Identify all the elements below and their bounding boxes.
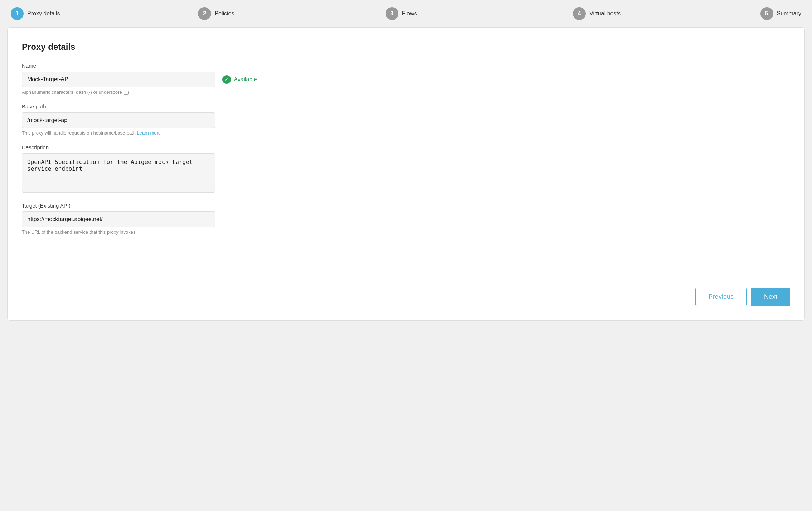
base-path-input[interactable] — [22, 112, 215, 128]
step-4-circle: 4 — [573, 7, 586, 20]
name-label: Name — [22, 63, 790, 69]
name-input[interactable] — [22, 72, 215, 87]
name-field-group: Name ✓ Available Alphanumeric characters… — [22, 63, 790, 95]
description-field-group: Description — [22, 144, 790, 194]
step-4-label: Virtual hosts — [589, 10, 621, 17]
step-line-1-2 — [105, 14, 195, 14]
step-2-circle: 2 — [198, 7, 211, 20]
base-path-field-group: Base path This proxy will handle request… — [22, 103, 790, 136]
available-badge: ✓ Available — [222, 75, 257, 84]
page-title: Proxy details — [22, 42, 790, 52]
step-3-circle: 3 — [386, 7, 398, 20]
learn-more-link[interactable]: Learn more — [137, 130, 161, 136]
main-card: Proxy details Name ✓ Available Alphanume… — [7, 27, 805, 321]
name-row: ✓ Available — [22, 72, 790, 87]
step-1-circle: 1 — [11, 7, 24, 20]
target-input[interactable] — [22, 211, 215, 227]
description-label: Description — [22, 144, 790, 150]
base-path-label: Base path — [22, 103, 790, 110]
button-row: Previous Next — [695, 288, 790, 306]
step-1-label: Proxy details — [27, 10, 60, 17]
target-label: Target (Existing API) — [22, 203, 790, 209]
step-2[interactable]: 2 Policies — [198, 7, 288, 20]
step-5[interactable]: 5 Summary — [760, 7, 801, 20]
step-line-3-4 — [479, 14, 569, 14]
next-button[interactable]: Next — [751, 288, 790, 306]
available-icon: ✓ — [222, 75, 231, 84]
step-line-2-3 — [292, 14, 382, 14]
step-5-label: Summary — [777, 10, 801, 17]
step-line-4-5 — [667, 14, 757, 14]
description-textarea[interactable] — [22, 153, 215, 193]
target-hint: The URL of the backend service that this… — [22, 229, 790, 235]
step-1[interactable]: 1 Proxy details — [11, 7, 101, 20]
step-4[interactable]: 4 Virtual hosts — [573, 7, 663, 20]
base-path-hint: This proxy will handle requests on hostn… — [22, 130, 790, 136]
target-field-group: Target (Existing API) The URL of the bac… — [22, 203, 790, 235]
step-3[interactable]: 3 Flows — [386, 7, 476, 20]
step-2-label: Policies — [214, 10, 234, 17]
stepper: 1 Proxy details 2 Policies 3 Flows 4 Vir… — [7, 7, 805, 20]
previous-button[interactable]: Previous — [695, 288, 747, 306]
name-hint: Alphanumeric characters, dash (-) or und… — [22, 89, 790, 95]
step-3-label: Flows — [402, 10, 417, 17]
base-path-hint-text: This proxy will handle requests on hostn… — [22, 130, 136, 136]
step-5-circle: 5 — [760, 7, 773, 20]
available-text: Available — [234, 76, 257, 83]
